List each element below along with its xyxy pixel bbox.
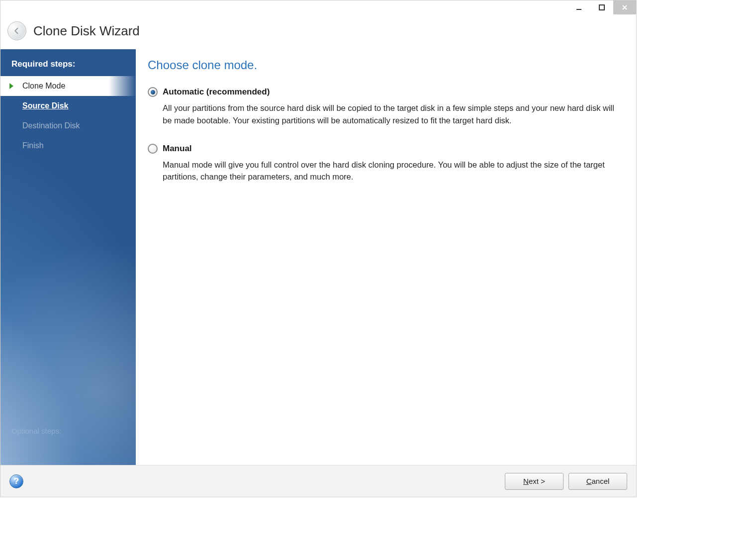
body: Required steps: Clone Mode Source Disk D… — [0, 49, 636, 465]
step-label: Finish — [22, 141, 44, 150]
option-automatic[interactable]: Automatic (recommended) All your partiti… — [148, 87, 621, 127]
radio-manual[interactable] — [148, 144, 158, 154]
next-button[interactable]: Next > — [505, 473, 564, 490]
option-head: Manual — [148, 144, 621, 154]
radio-automatic[interactable] — [148, 87, 158, 97]
option-description: Manual mode will give you full control o… — [163, 159, 621, 183]
step-finish: Finish — [0, 136, 136, 156]
svg-rect-1 — [599, 5, 604, 10]
window-controls — [567, 0, 636, 14]
step-clone-mode[interactable]: Clone Mode — [0, 76, 136, 96]
main-content: Choose clone mode. Automatic (recommende… — [136, 49, 636, 465]
svg-rect-0 — [576, 9, 581, 10]
back-button[interactable] — [7, 21, 26, 40]
page-title: Choose clone mode. — [148, 58, 621, 72]
wizard-title: Clone Disk Wizard — [33, 23, 140, 39]
option-head: Automatic (recommended) — [148, 87, 621, 97]
cancel-button[interactable]: Cancel — [568, 473, 627, 490]
next-accel: N — [523, 477, 529, 485]
help-icon[interactable]: ? — [9, 474, 23, 488]
cancel-accel: C — [586, 477, 592, 485]
header: Clone Disk Wizard — [0, 16, 636, 49]
step-source-disk[interactable]: Source Disk — [0, 96, 136, 116]
cancel-rest: ancel — [591, 477, 609, 485]
step-label: Clone Mode — [22, 82, 65, 90]
close-button[interactable] — [613, 0, 636, 14]
maximize-button[interactable] — [590, 0, 613, 14]
option-manual[interactable]: Manual Manual mode will give you full co… — [148, 144, 621, 183]
titlebar — [0, 0, 636, 16]
footer: ? Next > Cancel — [0, 465, 636, 497]
sidebar: Required steps: Clone Mode Source Disk D… — [0, 49, 136, 465]
step-label: Destination Disk — [22, 121, 80, 130]
next-rest: ext > — [529, 477, 545, 485]
step-destination-disk: Destination Disk — [0, 116, 136, 136]
option-label: Manual — [163, 144, 192, 154]
step-label: Source Disk — [22, 101, 68, 110]
sidebar-heading: Required steps: — [0, 49, 136, 76]
sidebar-optional-heading: Optional steps: — [0, 427, 136, 465]
wizard-window: Clone Disk Wizard Required steps: Clone … — [0, 0, 637, 497]
minimize-button[interactable] — [567, 0, 590, 14]
option-description: All your partitions from the source hard… — [163, 102, 621, 127]
option-label: Automatic (recommended) — [163, 87, 270, 97]
